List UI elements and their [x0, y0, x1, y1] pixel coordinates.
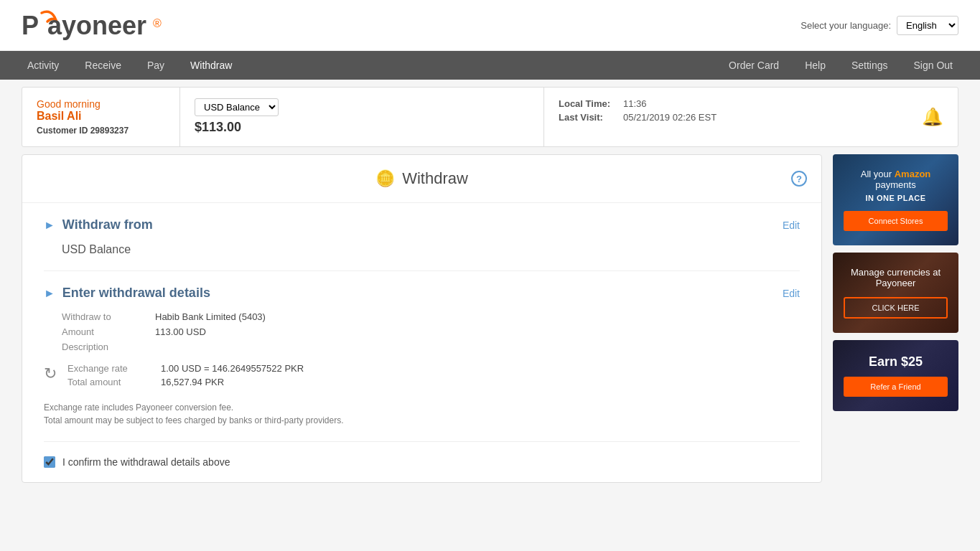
- nav-right: Order Card Help Settings Sign Out: [716, 51, 966, 80]
- confirm-checkbox[interactable]: [44, 456, 55, 468]
- svg-text:ayoneer: ayoneer: [47, 11, 146, 40]
- chevron-details-icon: ►: [44, 287, 55, 300]
- withdraw-header: 🪙 Withdraw ?: [22, 155, 821, 203]
- amazon-ad: All your Amazon payments IN ONE PLACE Co…: [833, 154, 958, 245]
- svg-text:®: ®: [153, 17, 162, 29]
- confirm-label: I confirm the withdrawal details above: [62, 456, 230, 468]
- exchange-block: ↻ Exchange rate 1.00 USD = 146.264955752…: [44, 363, 800, 390]
- main-nav: Activity Receive Pay Withdraw Order Card…: [0, 51, 980, 80]
- currencies-ad-title: Manage currencies at Payoneer: [844, 267, 948, 288]
- withdraw-title: Withdraw: [402, 169, 468, 188]
- connect-stores-button[interactable]: Connect Stores: [844, 211, 948, 231]
- local-time-value: 11:36: [623, 98, 647, 109]
- last-visit-value: 05/21/2019 02:26 EST: [623, 112, 717, 123]
- withdraw-to-row: Withdraw to Habib Bank Limited (5403): [62, 311, 800, 322]
- withdrawal-details-edit-link[interactable]: Edit: [783, 288, 800, 299]
- amount-row: Amount 113.00 USD: [62, 326, 800, 337]
- exchange-rate-row: Exchange rate 1.00 USD = 146.2649557522 …: [67, 363, 304, 374]
- withdraw-from-title-left: ► Withdraw from: [44, 217, 153, 232]
- nav-activity[interactable]: Activity: [14, 51, 72, 80]
- balance-value: $113.00: [195, 120, 529, 135]
- total-amount-label: Total amount: [67, 377, 161, 387]
- withdrawal-details-title-row: ► Enter withdrawal details Edit: [44, 286, 800, 301]
- notifications-area[interactable]: 🔔: [907, 88, 958, 146]
- nav-settings[interactable]: Settings: [839, 51, 901, 80]
- bell-icon[interactable]: 🔔: [922, 107, 943, 127]
- withdraw-from-block: ► Withdraw from Edit USD Balance: [44, 203, 800, 271]
- amount-value: 113.00 USD: [155, 326, 206, 337]
- nav-sign-out[interactable]: Sign Out: [901, 51, 966, 80]
- greeting-section: Good morning Basil Ali Customer ID 29893…: [22, 88, 180, 146]
- amount-label: Amount: [62, 326, 155, 337]
- nav-pay[interactable]: Pay: [134, 51, 177, 80]
- balance-bar: Good morning Basil Ali Customer ID 29893…: [22, 87, 958, 147]
- withdraw-from-value: USD Balance: [62, 243, 800, 256]
- total-amount-value: 16,527.94 PKR: [161, 377, 224, 387]
- time-info: Local Time: 11:36 Last Visit: 05/21/2019…: [544, 88, 907, 146]
- amazon-ad-subtitle: IN ONE PLACE: [844, 194, 948, 202]
- withdraw-from-title-row: ► Withdraw from Edit: [44, 217, 800, 232]
- conversion-note: Exchange rate includes Payoneer conversi…: [44, 401, 800, 427]
- last-visit-row: Last Visit: 05/21/2019 02:26 EST: [559, 112, 893, 123]
- greeting-text: Good morning: [37, 98, 165, 110]
- nav-left: Activity Receive Pay Withdraw: [14, 51, 245, 80]
- right-sidebar: All your Amazon payments IN ONE PLACE Co…: [833, 154, 958, 483]
- refresh-icon[interactable]: ↻: [44, 364, 57, 383]
- user-name: Basil Ali: [37, 110, 165, 123]
- balance-selector: USD Balance EUR Balance: [195, 98, 529, 116]
- help-button[interactable]: ?: [791, 171, 807, 187]
- withdraw-to-value: Habib Bank Limited (5403): [155, 311, 266, 322]
- withdraw-from-edit-link[interactable]: Edit: [783, 220, 800, 231]
- click-here-button[interactable]: CLICK HERE: [844, 297, 948, 319]
- coins-icon: 🪙: [375, 169, 395, 188]
- withdrawal-details-block: ► Enter withdrawal details Edit Withdraw…: [44, 271, 800, 442]
- exchange-rate-label: Exchange rate: [67, 363, 161, 374]
- svg-text:P: P: [22, 11, 39, 40]
- balance-section: USD Balance EUR Balance $113.00: [180, 88, 544, 146]
- language-select[interactable]: English Arabic Chinese French German Spa…: [897, 16, 958, 35]
- confirm-row: I confirm the withdrawal details above: [44, 442, 800, 482]
- total-amount-row: Total amount 16,527.94 PKR: [67, 377, 304, 387]
- withdraw-to-label: Withdraw to: [62, 311, 155, 322]
- withdrawal-details-title: Enter withdrawal details: [62, 286, 210, 301]
- refer-friend-button[interactable]: Refer a Friend: [844, 377, 948, 397]
- nav-order-card[interactable]: Order Card: [716, 51, 792, 80]
- nav-withdraw[interactable]: Withdraw: [177, 51, 245, 80]
- withdrawal-details-title-left: ► Enter withdrawal details: [44, 286, 210, 301]
- earn-ad-title: Earn $25: [844, 354, 948, 369]
- logo: P ayoneer ®: [22, 7, 165, 43]
- nav-receive[interactable]: Receive: [72, 51, 134, 80]
- nav-help[interactable]: Help: [792, 51, 839, 80]
- exchange-details: Exchange rate 1.00 USD = 146.2649557522 …: [67, 363, 304, 390]
- last-visit-label: Last Visit:: [559, 112, 616, 123]
- top-header: P ayoneer ® Select your language: Englis…: [0, 0, 980, 51]
- amazon-ad-title: All your Amazon payments: [844, 169, 948, 190]
- withdraw-body: ► Withdraw from Edit USD Balance ► Enter…: [22, 203, 821, 482]
- local-time-row: Local Time: 11:36: [559, 98, 893, 109]
- earn-ad: Earn $25 Refer a Friend: [833, 340, 958, 411]
- description-row: Description: [62, 342, 800, 352]
- details-grid: Withdraw to Habib Bank Limited (5403) Am…: [62, 311, 800, 352]
- local-time-label: Local Time:: [559, 98, 616, 109]
- customer-id: Customer ID 29893237: [37, 126, 165, 136]
- logo-svg: P ayoneer ®: [22, 7, 165, 43]
- exchange-rate-value: 1.00 USD = 146.2649557522 PKR: [161, 363, 304, 374]
- language-selector-area: Select your language: English Arabic Chi…: [801, 16, 958, 35]
- note-line2: Total amount may be subject to fees char…: [44, 415, 344, 425]
- withdraw-section: 🪙 Withdraw ? ► Withdraw from Edit USD Ba…: [22, 154, 822, 483]
- main-content: 🪙 Withdraw ? ► Withdraw from Edit USD Ba…: [0, 154, 980, 497]
- withdraw-from-title: Withdraw from: [62, 217, 153, 232]
- currencies-ad: Manage currencies at Payoneer CLICK HERE: [833, 253, 958, 333]
- note-line1: Exchange rate includes Payoneer conversi…: [44, 402, 233, 413]
- description-label: Description: [62, 342, 155, 352]
- chevron-icon: ►: [44, 219, 55, 232]
- lang-label: Select your language:: [801, 20, 891, 31]
- balance-type-select[interactable]: USD Balance EUR Balance: [195, 98, 279, 116]
